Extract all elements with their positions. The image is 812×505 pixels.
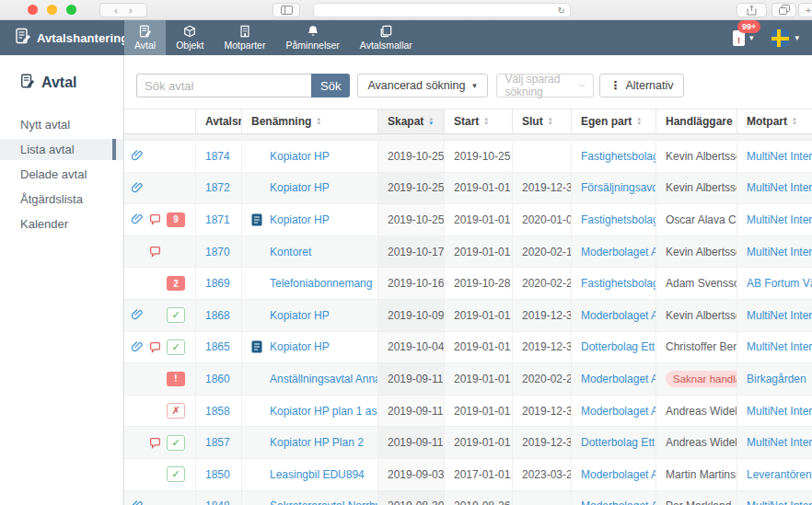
contract-number-link[interactable]: 1872: [205, 181, 230, 194]
saved-search-select[interactable]: Välj sparad sökning: [496, 74, 594, 98]
contract-name-link[interactable]: Kopiator HP: [270, 150, 330, 163]
table-row[interactable]: ! 1860 Anställningsavtal Anna 2019-09-11…: [124, 363, 812, 396]
counterparty-link[interactable]: MultiNet Interactiv: [747, 150, 812, 163]
contract-name-link[interactable]: Leasingbil EDU894: [270, 468, 365, 481]
app-logo[interactable]: Avtalshantering™: [0, 20, 124, 55]
column-header-benämning[interactable]: Benämning ▲▼: [242, 109, 378, 133]
note-icon[interactable]: [147, 213, 162, 225]
language-menu[interactable]: ▾: [771, 29, 799, 47]
table-row[interactable]: 2 1869 Telefoniabonnemang 2019-10-16 201…: [124, 268, 812, 300]
contract-number-link[interactable]: 1869: [205, 277, 230, 290]
contract-number-link[interactable]: 1870: [205, 246, 230, 258]
own-party-link[interactable]: Dotterbolag Ett AB: [581, 340, 656, 353]
sidebar-item-åtgärdslista[interactable]: Åtgärdslista: [0, 189, 123, 210]
table-row[interactable]: ✗ 1858 Kopiator HP plan 1 asdasda... 201…: [124, 396, 812, 428]
own-party-link[interactable]: Moderbolaget AB: [581, 246, 656, 258]
back-icon[interactable]: ‹: [114, 5, 118, 16]
sidebar-item-delade-avtal[interactable]: Delade avtal: [0, 164, 123, 185]
contract-name-link[interactable]: Kopiator HP plan 1 asdasda...: [270, 405, 378, 418]
alert-badge[interactable]: !: [167, 372, 185, 386]
own-party-link[interactable]: Moderbolaget AB: [581, 499, 656, 505]
sidebar-toggle-icon[interactable]: [273, 3, 300, 17]
check-badge[interactable]: ✓: [167, 435, 185, 451]
contract-number-link[interactable]: 1850: [205, 468, 230, 481]
counterparty-link[interactable]: MultiNet Interactiv: [747, 181, 812, 194]
note-icon[interactable]: [147, 437, 162, 449]
contract-name-link[interactable]: Kopiator HP: [270, 340, 330, 353]
counterparty-link[interactable]: MultiNet Interactiv: [747, 246, 812, 258]
column-header-motpart[interactable]: Motpart ▲▼: [737, 109, 812, 133]
column-header-avtalsnr[interactable]: Avtalsnr ▲▼: [196, 109, 242, 133]
table-row[interactable]: ✓ 1850 Leasingbil EDU894 2019-09-03 2017…: [124, 459, 812, 491]
status-badge[interactable]: 2: [165, 276, 187, 291]
status-badge[interactable]: ✓: [165, 307, 187, 323]
contract-name-link[interactable]: Kopiator HP Plan 2: [270, 436, 364, 449]
column-header-skapat[interactable]: Skapat ▲▼: [378, 109, 445, 133]
nav-tab-motparter[interactable]: Motparter: [215, 20, 276, 55]
contract-name-link[interactable]: Kopiator HP: [270, 309, 330, 322]
forward-icon[interactable]: ›: [129, 5, 133, 16]
column-header-slut[interactable]: Slut ▲▼: [513, 109, 572, 133]
own-party-link[interactable]: Fastighetsbolaget: [581, 150, 656, 163]
column-header-handläggare[interactable]: Handläggare ▲▼: [656, 109, 737, 133]
nav-tab-avtalsmallar[interactable]: Avtalsmallar: [350, 20, 423, 55]
status-badge[interactable]: ✓: [165, 435, 187, 451]
counterparty-link[interactable]: MultiNet Interactiv: [747, 213, 812, 226]
advanced-search-button[interactable]: Avancerad sökning ▼: [357, 74, 488, 98]
contract-number-link[interactable]: 1865: [205, 340, 230, 353]
own-party-link[interactable]: Moderbolaget AB: [581, 309, 656, 322]
contract-number-link[interactable]: 1874: [205, 150, 230, 163]
counterparty-link[interactable]: MultiNet Interactiv: [747, 405, 812, 418]
contract-number-link[interactable]: 1858: [205, 405, 230, 418]
nav-tab-objekt[interactable]: Objekt: [166, 20, 214, 55]
tabs-overview-icon[interactable]: [771, 3, 796, 17]
contract-name-link[interactable]: Sekreteraravtal Norrbyvägen: [270, 499, 378, 505]
table-row[interactable]: ✓ 1865 Kopiator HP 2019-10-04 2019-01-01…: [124, 332, 812, 364]
contract-name-link[interactable]: Kopiator HP: [270, 181, 330, 194]
minimize-window-icon[interactable]: [47, 5, 57, 15]
check-badge[interactable]: ✓: [167, 339, 185, 355]
cross-badge[interactable]: ✗: [167, 403, 185, 419]
sidebar-item-nytt-avtal[interactable]: Nytt avtal: [0, 114, 123, 135]
check-badge[interactable]: ✓: [167, 307, 185, 323]
table-row[interactable]: 9 1871 Kopiator HP 2019-10-25 2019-01-01…: [124, 204, 812, 236]
search-button[interactable]: Sök: [311, 74, 350, 98]
contract-name-link[interactable]: Kopiator HP: [270, 213, 330, 226]
nav-tab-avtal[interactable]: Avtal: [124, 20, 166, 55]
table-row[interactable]: 1870 Kontoret 2019-10-17 2019-01-01 2020…: [124, 236, 812, 269]
counterparty-link[interactable]: AB Fortum Värme: [747, 277, 812, 290]
contract-number-link[interactable]: 1860: [205, 373, 230, 385]
nav-tab-påminnelser[interactable]: Påminnelser: [275, 20, 349, 55]
counterparty-link[interactable]: Leverantören AB: [747, 468, 812, 481]
maximize-window-icon[interactable]: [66, 5, 76, 15]
status-badge[interactable]: 9: [165, 212, 187, 227]
table-row[interactable]: 1874 Kopiator HP 2019-10-25 2019-10-25 F…: [124, 141, 812, 173]
own-party-link[interactable]: Moderbolaget AB: [581, 373, 656, 385]
own-party-link[interactable]: Dotterbolag Ett AB: [581, 436, 656, 449]
own-party-link[interactable]: Moderbolaget AB: [581, 468, 656, 481]
contract-number-link[interactable]: 1868: [205, 309, 230, 322]
column-header-egen-part[interactable]: Egen part ▲▼: [572, 109, 656, 133]
share-icon[interactable]: [737, 3, 767, 17]
own-party-link[interactable]: Fastighetsbolaget: [581, 213, 656, 226]
new-tab-icon[interactable]: +: [798, 3, 812, 17]
sidebar-item-lista-avtal[interactable]: Lista avtal: [0, 139, 123, 160]
counterparty-link[interactable]: MultiNet Interactiv: [747, 436, 812, 449]
sidebar-item-kalender[interactable]: Kalender: [0, 213, 123, 235]
contract-number-link[interactable]: 1857: [205, 436, 230, 449]
table-row[interactable]: 1848 Sekreteraravtal Norrbyvägen 2019-08…: [124, 491, 812, 505]
status-badge[interactable]: ✗: [165, 403, 187, 419]
address-bar[interactable]: ↻: [313, 3, 571, 17]
contract-name-link[interactable]: Anställningsavtal Anna: [270, 373, 378, 385]
own-party-link[interactable]: Försäljningsavdelning: [581, 181, 656, 194]
status-badge[interactable]: ✓: [165, 339, 187, 355]
contract-number-link[interactable]: 1871: [205, 213, 230, 226]
counterparty-link[interactable]: MultiNet Interactiv: [747, 309, 812, 322]
status-badge[interactable]: ✓: [165, 466, 187, 482]
search-input[interactable]: [136, 74, 311, 98]
reload-icon[interactable]: ↻: [558, 6, 565, 16]
check-badge[interactable]: ✓: [167, 466, 185, 482]
note-icon[interactable]: [147, 246, 162, 258]
table-row[interactable]: 1872 Kopiator HP 2019-10-25 2019-01-01 2…: [124, 173, 812, 205]
close-window-icon[interactable]: [28, 5, 38, 15]
